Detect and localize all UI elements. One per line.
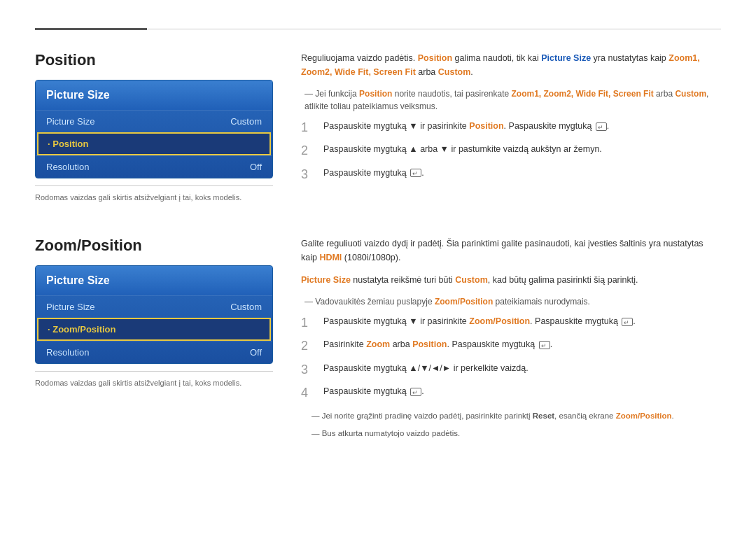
zoom-row-selected: · Zoom/Position [37,318,271,341]
position-step-2: 2 Paspauskite mygtuką ▲ arba ▼ ir pastum… [301,143,721,159]
enter-icon-z4 [410,388,421,396]
zoom-sub-note-2: Bus atkurta numatytojo vaizdo padėtis. [301,428,721,440]
zoom-row-label-3: Resolution [46,347,89,358]
zoom-pos-note: Zoom/Position [616,412,672,420]
position-widget-header: Picture Size [36,80,272,110]
zoom-widget-header: Picture Size [36,266,272,295]
divider-dark [35,28,147,30]
zoom-step2-zoom: Zoom [366,339,390,349]
zoom-row-label-2: · Zoom/Position [48,324,116,335]
zoom-steps: 1 Paspauskite mygtuką ▼ ir pasirinkite Z… [301,315,721,402]
top-dividers [35,28,721,30]
zoom-section-right: Galite reguliuoti vaizdo dydį ir padėtį.… [301,237,721,440]
zoom-desc-2: Picture Size nustatyta reikšmė turi būti… [301,273,721,287]
zoom-row-value-3: Off [250,347,262,358]
zoom-widget-note: Rodomas vaizdas gali skirtis atsižvelgia… [35,371,273,387]
position-title: Position [35,51,273,69]
enter-icon-1 [596,122,607,131]
zoom-step-num-2: 2 [301,338,315,354]
zoom-step-num-3: 3 [301,362,315,378]
zoom-position-section: Zoom/Position Picture Size Picture Size … [35,237,721,440]
divider-light [147,29,721,29]
zoom-step-2: 2 Pasirinkite Zoom arba Position. Paspau… [301,338,721,354]
position-row-label-2: · Position [48,139,89,149]
reset-bold: Reset [533,412,554,420]
enter-icon-z1 [622,318,633,326]
zoom-step-text-4: Paspauskite mygtuką . [323,385,424,398]
position-step-num-1: 1 [301,120,315,136]
zoom-step-text-3: Paspauskite mygtuką ▲/▼/◄/► ir perkelkit… [323,362,528,375]
position-step-num-2: 2 [301,143,315,159]
position-row-picture-size: Picture Size Custom [36,110,272,132]
zoom-note-line: Vadovaukitės žemiau puslapyje Zoom/Posit… [301,295,721,308]
position-step-text-1: Paspauskite mygtuką ▼ ir pasirinkite Pos… [323,120,609,133]
zoom-step2-position: Position [412,339,447,349]
position-section: Position Picture Size Picture Size Custo… [35,51,721,202]
position-row-label-1: Picture Size [46,116,94,127]
position-desc-custom: Custom [438,67,471,77]
zoom-step-1: 1 Paspauskite mygtuką ▼ ir pasirinkite Z… [301,315,721,331]
position-section-left: Position Picture Size Picture Size Custo… [35,51,273,202]
zoom-step-3: 3 Paspauskite mygtuką ▲/▼/◄/► ir perkelk… [301,362,721,378]
zoom-row-value-1: Custom [230,302,262,312]
position-note-sizes: Zoom1, Zoom2, Wide Fit, Screen Fit [512,89,654,99]
position-note-custom: Custom [675,89,706,99]
position-step-text-3: Paspauskite mygtuką . [323,167,424,180]
zoom-desc-picture-size: Picture Size [301,275,351,285]
zoom-step-4: 4 Paspauskite mygtuką . [301,385,721,401]
zoom-title: Zoom/Position [35,237,273,255]
position-step-text-2: Paspauskite mygtuką ▲ arba ▼ ir pastumki… [323,143,602,156]
position-row-label-3: Resolution [46,162,89,172]
position-step1-highlight: Position [469,121,503,131]
zoom-step-text-2: Pasirinkite Zoom arba Position. Paspausk… [323,338,552,351]
position-widget: Picture Size Picture Size Custom · Posit… [35,80,273,178]
position-step-3: 3 Paspauskite mygtuką . [301,167,721,183]
zoom-widget: Picture Size Picture Size Custom · Zoom/… [35,265,273,364]
zoom-step-num-4: 4 [301,385,315,401]
zoom-desc-custom: Custom [455,275,488,285]
zoom-desc-1: Galite reguliuoti vaizdo dydį ir padėtį.… [301,237,721,265]
zoom-section-left: Zoom/Position Picture Size Picture Size … [35,237,273,440]
position-desc-highlight1: Position [418,53,452,63]
enter-icon-z2 [539,341,550,349]
position-desc-sizes: Zoom1, Zoom2, Wide Fit, Screen Fit [301,53,700,77]
zoom-step-num-1: 1 [301,315,315,331]
position-steps: 1 Paspauskite mygtuką ▼ ir pasirinkite P… [301,120,721,183]
zoom-step-text-1: Paspauskite mygtuką ▼ ir pasirinkite Zoo… [323,315,636,328]
zoom-row-resolution: Resolution Off [36,341,272,363]
position-note-line: Jei funkcija Position norite naudotis, t… [301,87,721,113]
position-step-num-3: 3 [301,167,315,183]
position-desc-highlight2: Picture Size [541,53,591,63]
position-desc: Reguliuojama vaizdo padėtis. Position ga… [301,51,721,79]
zoom-note-text: Rodomas vaizdas gali skirtis atsižvelgia… [35,379,241,387]
zoom-desc-hdmi: HDMI [319,253,342,262]
enter-icon-3 [410,169,421,177]
position-step-1: 1 Paspauskite mygtuką ▼ ir pasirinkite P… [301,120,721,136]
zoom-sub-notes: Jei norite grąžinti pradinę vaizdo padėt… [301,410,721,440]
position-row-value-1: Custom [230,116,262,127]
position-widget-note: Rodomas vaizdas gali skirtis atsižvelgia… [35,185,273,202]
zoom-sub-note-1: Jei norite grąžinti pradinę vaizdo padėt… [301,410,721,422]
position-row-resolution: Resolution Off [36,155,272,178]
zoom-step1-highlight: Zoom/Position [469,316,530,326]
zoom-note-zoom-pos: Zoom/Position [435,297,493,307]
position-row-value-3: Off [250,162,262,172]
position-row-selected: · Position [37,132,271,155]
page-container: Position Picture Size Picture Size Custo… [0,0,756,503]
zoom-row-label-1: Picture Size [46,302,94,312]
position-note-text: Rodomas vaizdas gali skirtis atsižvelgia… [35,193,241,202]
zoom-row-picture-size: Picture Size Custom [36,295,272,318]
position-section-right: Reguliuojama vaizdo padėtis. Position ga… [301,51,721,202]
position-note-position: Position [359,89,392,99]
